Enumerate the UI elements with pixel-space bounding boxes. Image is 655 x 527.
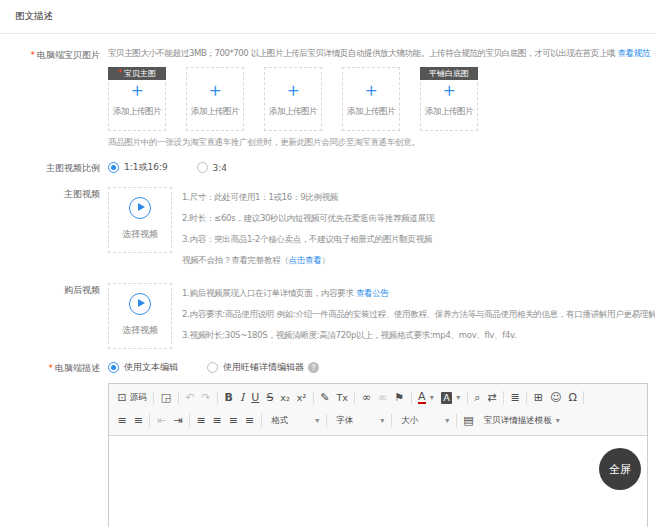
search-button[interactable]: ⌕	[471, 389, 484, 407]
undo-button[interactable]: ↶	[182, 389, 198, 407]
upload-box-2[interactable]: ＋ 添加上传图片	[186, 67, 244, 131]
align-right-button[interactable]: ≡	[225, 412, 241, 430]
main-video-label: 主图视频	[0, 187, 100, 271]
template-dropdown[interactable]: 宝贝详情描述模板▾	[477, 412, 563, 430]
bg-color-button[interactable]: A▾	[437, 389, 464, 407]
ordered-list-button[interactable]: ≡	[114, 412, 130, 430]
radio-unselected-icon[interactable]	[197, 162, 208, 173]
bullet-list-button[interactable]: ≡	[130, 412, 146, 430]
size-select[interactable]: 大小▾	[395, 412, 453, 430]
desc-option-text-editor[interactable]: 使用文本编辑	[108, 361, 178, 374]
select-video-label: 选择视频	[109, 324, 171, 337]
view-spec-link[interactable]: 查看规范	[618, 48, 650, 58]
superscript-button[interactable]: x²	[293, 389, 309, 407]
toolbar-separator	[354, 391, 355, 404]
post-video-select-box[interactable]: 选择视频	[108, 283, 172, 349]
chevron-down-icon: ▾	[315, 416, 319, 425]
align-justify-button[interactable]: ≡	[242, 412, 258, 430]
main-image-badge: *宝贝主图	[108, 67, 166, 80]
main-video-select-box[interactable]: 选择视频	[108, 187, 172, 253]
help-icon[interactable]: ?	[308, 362, 319, 373]
preview-button[interactable]: ◲	[157, 389, 174, 407]
remove-format-button[interactable]: Tx	[333, 389, 351, 407]
underline-button[interactable]: U	[248, 389, 263, 407]
source-code-button[interactable]: ⊡源码	[114, 389, 150, 407]
superscript-icon: x²	[297, 390, 306, 406]
bold-button[interactable]: B	[221, 389, 236, 407]
upload-box-label: 添加上传图片	[343, 106, 399, 118]
undo-icon: ↶	[185, 390, 194, 406]
pc-images-description: 宝贝主图大小不能超过3MB；700*700 以上图片上传后宝贝详情页自动提供放大…	[108, 48, 655, 60]
radio-selected-icon[interactable]	[108, 362, 119, 373]
table-button[interactable]: ⊞	[530, 389, 546, 407]
ztc-sync-tip: 商品图片中的一张设为淘宝直通车推广创意时，更新此图片会同步至淘宝直通车创意。	[108, 137, 655, 149]
toolbar-separator	[189, 414, 190, 427]
tab-image-text-description[interactable]: 图文描述	[15, 10, 53, 21]
source-code-button-label: 源码	[130, 392, 147, 404]
bg-color-icon: A	[441, 392, 453, 404]
anchor-flag-button[interactable]: ⚑	[391, 389, 408, 407]
toolbar-separator	[178, 391, 179, 404]
align-center-button[interactable]: ≡	[209, 412, 225, 430]
main-video-hint-3: 3.内容：突出商品1-2个核心卖点，不建议电子相册式的图片翻页视频	[182, 229, 434, 250]
indent-button[interactable]: ⇥	[170, 412, 186, 430]
outdent-button[interactable]: ⇤	[153, 412, 169, 430]
strikethrough-button[interactable]: S	[263, 389, 277, 407]
rich-text-editor: ⊡源码◲↶↷BIUSx₂x²✎Tx∞∞⚑A▾A▾⌕⇄≣⊞☺Ω ≡≡⇤⇥≡≡≡≡格…	[108, 383, 648, 527]
size-select-label: 大小	[401, 415, 418, 427]
italic-button[interactable]: I	[236, 389, 247, 407]
link-button[interactable]: ∞	[358, 389, 374, 407]
section-video-ratio: 主图视频比例 1:1或16:9 3:4	[0, 161, 655, 175]
align-left-button[interactable]: ≡	[193, 412, 209, 430]
toolbar-separator	[153, 391, 154, 404]
unlink-button[interactable]: ∞	[375, 389, 391, 407]
toolbar-separator	[526, 391, 527, 404]
upload-boxes: *宝贝主图 ＋ 添加上传图片 ＋ 添加上传图片 ＋ 添加上传图片 ＋ 添加上传图…	[108, 67, 655, 131]
upload-box-3[interactable]: ＋ 添加上传图片	[264, 67, 322, 131]
upload-box-main-image[interactable]: *宝贝主图 ＋ 添加上传图片	[108, 67, 166, 131]
radio-unselected-icon[interactable]	[207, 362, 218, 373]
format-painter-button[interactable]: ✎	[317, 389, 333, 407]
strikethrough-icon: S	[266, 390, 273, 406]
editor-content-area[interactable]: 全屏	[109, 436, 647, 527]
main-video-hint-1: 1.尺寸：此处可使用1：1或16：9比例视频	[182, 187, 434, 208]
font-select[interactable]: 字体▾	[330, 412, 388, 430]
ordered-list-icon: ≡	[118, 413, 127, 429]
format-select[interactable]: 格式▾	[265, 412, 323, 430]
format-painter-icon: ✎	[320, 390, 329, 406]
video-ratio-label: 主图视频比例	[0, 161, 100, 175]
outdent-icon: ⇤	[157, 413, 166, 429]
play-icon	[129, 293, 151, 315]
special-char-button[interactable]: Ω	[565, 389, 580, 407]
post-video-hint-2: 2.内容要求:商品使用说明 例如:介绍一件商品的安装过程、使用教程、保养方法等与…	[182, 304, 655, 325]
redo-button[interactable]: ↷	[198, 389, 214, 407]
insert-image-button[interactable]: ▤	[460, 412, 477, 430]
anchor-flag-icon: ⚑	[394, 390, 404, 406]
font-color-button[interactable]: A▾	[415, 389, 438, 407]
ratio-option-1-1-16-9[interactable]: 1:1或16:9	[108, 161, 168, 174]
radio-selected-icon[interactable]	[108, 162, 119, 173]
click-view-link[interactable]: 点击查看	[289, 255, 322, 265]
align-left-icon: ≡	[196, 413, 205, 429]
emoticon-button[interactable]: ☺	[547, 389, 565, 407]
upload-box-4[interactable]: ＋ 添加上传图片	[342, 67, 400, 131]
chevron-down-icon: ▾	[556, 416, 560, 425]
fullscreen-button[interactable]: 全屏	[599, 448, 641, 490]
subscript-button[interactable]: x₂	[277, 389, 293, 407]
blockquote-button[interactable]: ≣	[507, 389, 523, 407]
view-announcement-link[interactable]: 查看公告	[356, 288, 389, 298]
required-asterisk: *	[31, 50, 36, 60]
ratio-option-3-4[interactable]: 3:4	[197, 162, 227, 173]
underline-icon: U	[251, 390, 259, 406]
section-post-video: 购后视频 选择视频 1.购后视频展现入口在订单详情页面，内容要求 查看公告 2.…	[0, 283, 655, 349]
toolbar-separator	[467, 391, 468, 404]
bullet-list-icon: ≡	[134, 413, 143, 429]
chevron-down-icon: ▾	[456, 393, 460, 402]
desc-option-wangpu-editor[interactable]: 使用旺铺详情编辑器 ?	[207, 361, 319, 374]
replace-button[interactable]: ⇄	[484, 389, 500, 407]
special-char-icon: Ω	[568, 390, 576, 406]
search-icon: ⌕	[474, 390, 480, 406]
format-select-label: 格式	[271, 415, 288, 427]
main-video-hint-4: 视频不会拍？查看完整教程（点击查看）	[182, 250, 434, 271]
upload-box-white-bg[interactable]: 平铺白底图 ＋ 添加上传图片	[420, 67, 478, 131]
